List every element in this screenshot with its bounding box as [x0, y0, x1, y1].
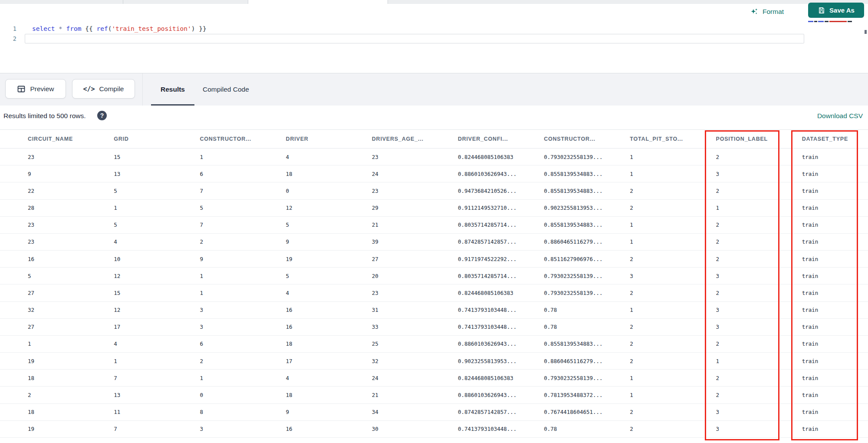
table-cell: 0.9023255813953... — [458, 358, 544, 364]
results-meta-row: Results limited to 500 rows. ? Download … — [0, 106, 868, 129]
format-button[interactable]: Format — [750, 6, 784, 18]
table-cell: 2 — [200, 358, 286, 364]
table-cell: 39 — [372, 238, 458, 245]
table-cell: 23 — [28, 222, 114, 228]
table-cell: 1 — [200, 375, 286, 381]
table-cell: 3 — [200, 307, 286, 313]
table-cell: 5 — [200, 205, 286, 211]
table-cell: 4 — [286, 375, 372, 381]
code-token-function: ref — [96, 25, 108, 32]
column-header-total_pit_sto: TOTAL_PIT_STO... — [630, 136, 716, 142]
table-cell: 0 — [200, 392, 286, 398]
table-cell: 0.8558139534883... — [544, 188, 630, 194]
table-cell: 25 — [372, 341, 458, 347]
save-as-label: Save As — [829, 7, 855, 14]
table-cell: 0.824468085106383 — [458, 290, 544, 296]
table-cell: 18 — [286, 392, 372, 398]
line-number-1: 1 — [0, 24, 16, 33]
table-cell: 16 — [28, 256, 114, 262]
annotation-box-position-label — [705, 130, 779, 440]
tab-results[interactable]: Results — [161, 73, 185, 106]
code-token-plain: }} — [199, 25, 206, 32]
table-cell: 19 — [286, 256, 372, 262]
table-cell: 5 — [286, 222, 372, 228]
table-cell: 7 — [114, 375, 200, 381]
preview-label: Preview — [30, 85, 54, 93]
table-cell: 2 — [28, 392, 114, 398]
table-cell: 16 — [286, 324, 372, 330]
download-csv-link[interactable]: Download CSV — [817, 112, 863, 120]
help-icon[interactable]: ? — [97, 111, 107, 120]
table-cell: 4 — [286, 154, 372, 160]
table-cell: 13 — [114, 392, 200, 398]
annotation-box-dataset-type — [791, 130, 858, 440]
code-token-string: 'train_test_position' — [112, 25, 191, 32]
table-icon — [17, 85, 26, 93]
table-cell: 3 — [630, 273, 716, 279]
sql-editor[interactable]: 1 select * from {{ ref('train_test_posit… — [0, 20, 868, 73]
compile-button[interactable]: </> Compile — [72, 79, 135, 99]
table-cell: 0.9171974522292... — [458, 256, 544, 262]
table-cell: 0.824468085106383 — [458, 375, 544, 381]
table-cell: 8 — [200, 409, 286, 415]
table-cell: 5 — [114, 222, 200, 228]
code-token-keyword: from — [66, 25, 85, 32]
preview-button[interactable]: Preview — [5, 79, 66, 99]
top-tab-strip — [0, 0, 868, 4]
column-header-circuit_name: CIRCUIT_NAME — [28, 136, 114, 142]
column-header-grid: GRID — [114, 136, 200, 142]
table-cell: 2 — [630, 290, 716, 296]
table-cell: 0.9023255813953... — [544, 205, 630, 211]
table-cell: 28 — [28, 205, 114, 211]
table-cell: 18 — [28, 375, 114, 381]
table-cell: 2 — [630, 324, 716, 330]
table-cell: 6 — [200, 341, 286, 347]
table-cell: 23 — [28, 238, 114, 245]
table-cell: 0 — [286, 188, 372, 194]
table-cell: 0.9473684210526... — [458, 188, 544, 194]
table-cell: 3 — [200, 324, 286, 330]
code-token-keyword: select — [32, 25, 59, 32]
table-cell: 33 — [372, 324, 458, 330]
table-cell: 24 — [372, 375, 458, 381]
column-header-constructor: CONSTRUCTOR... — [544, 136, 630, 142]
table-cell: 0.7413793103448... — [458, 307, 544, 313]
editor-scrollbar-thumb[interactable] — [865, 30, 867, 34]
table-cell: 23 — [372, 290, 458, 296]
table-cell: 0.8860465116279... — [544, 358, 630, 364]
table-cell: 27 — [28, 324, 114, 330]
code-icon: </> — [83, 85, 95, 93]
code-line-1-content[interactable]: select * from {{ ref('train_test_positio… — [32, 24, 207, 33]
editor-minimap[interactable] — [808, 20, 865, 23]
table-cell: 2 — [630, 256, 716, 262]
table-cell: 2 — [200, 238, 286, 245]
table-cell: 12 — [114, 307, 200, 313]
table-cell: 31 — [372, 307, 458, 313]
table-cell: 0.8558139534883... — [544, 341, 630, 347]
table-cell: 0.78 — [544, 426, 630, 432]
table-cell: 0.8742857142857... — [458, 409, 544, 415]
table-cell: 1 — [200, 154, 286, 160]
format-label: Format — [763, 8, 784, 16]
table-cell: 23 — [372, 188, 458, 194]
panel-divider — [142, 73, 143, 106]
table-cell: 0.8742857142857... — [458, 238, 544, 245]
table-cell: 0.8558139534883... — [544, 222, 630, 228]
table-cell: 1 — [630, 307, 716, 313]
table-cell: 1 — [630, 154, 716, 160]
table-cell: 27 — [28, 290, 114, 296]
table-cell: 4 — [286, 290, 372, 296]
table-cell: 13 — [114, 171, 200, 177]
table-cell: 1 — [630, 171, 716, 177]
save-as-button[interactable]: Save As — [808, 3, 864, 18]
table-cell: 32 — [372, 358, 458, 364]
table-cell: 6 — [200, 171, 286, 177]
table-cell: 12 — [286, 205, 372, 211]
column-header-driver_confi: DRIVER_CONFI... — [458, 136, 544, 142]
table-cell: 4 — [114, 341, 200, 347]
tab-compiled-code[interactable]: Compiled Code — [203, 73, 249, 106]
code-token-plain: {{ — [85, 25, 96, 32]
results-limit-text: Results limited to 500 rows. — [3, 112, 86, 120]
table-cell: 22 — [28, 188, 114, 194]
code-token-plain: ) — [191, 25, 199, 32]
